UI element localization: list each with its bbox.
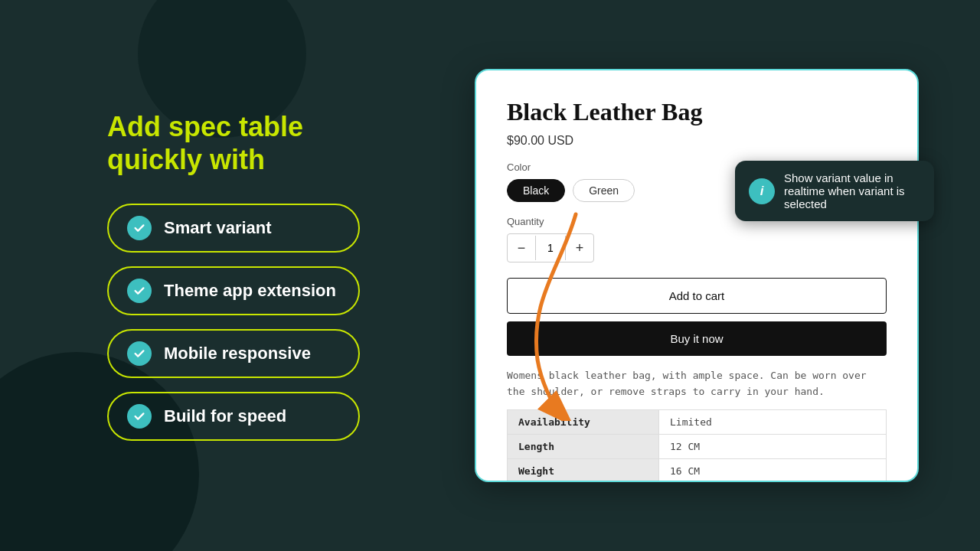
- feature-item-theme-app-extension[interactable]: Theme app extension: [107, 266, 360, 315]
- quantity-control: − 1 +: [507, 233, 594, 262]
- add-to-cart-button[interactable]: Add to cart: [507, 278, 887, 314]
- spec-value-length: 12 CM: [659, 434, 887, 458]
- tooltip-text: Show variant value in realtime when vari…: [784, 171, 920, 210]
- check-icon-theme-app-extension: [127, 279, 152, 303]
- spec-value-availability: Limited: [659, 409, 887, 434]
- feature-item-build-for-speed[interactable]: Build for speed: [107, 392, 360, 441]
- quantity-value: 1: [535, 236, 566, 260]
- feature-item-mobile-responsive[interactable]: Mobile responsive: [107, 329, 360, 378]
- check-icon-build-for-speed: [127, 404, 152, 429]
- quantity-increase-button[interactable]: +: [566, 234, 593, 262]
- table-row: Length 12 CM: [508, 434, 887, 458]
- left-panel: Add spec table quickly with Smart varian…: [0, 0, 398, 551]
- table-row: Availability Limited: [508, 409, 887, 434]
- spec-value-weight: 16 CM: [659, 458, 887, 482]
- buy-now-button[interactable]: Buy it now: [507, 321, 887, 356]
- feature-label-smart-variant: Smart variant: [164, 218, 272, 238]
- feature-list: Smart variant Theme app extension Mobile…: [107, 204, 360, 441]
- check-icon-smart-variant: [127, 216, 152, 240]
- quantity-decrease-button[interactable]: −: [508, 234, 535, 262]
- color-green-button[interactable]: Green: [573, 179, 635, 202]
- color-black-button[interactable]: Black: [507, 179, 565, 202]
- spec-key-availability: Availability: [508, 409, 659, 434]
- feature-label-theme-app-extension: Theme app extension: [164, 281, 336, 301]
- product-description: Womens black leather bag, with ample spa…: [507, 368, 887, 400]
- feature-label-build-for-speed: Build for speed: [164, 406, 286, 426]
- product-card: Black Leather Bag $90.00 USD Color Black…: [475, 69, 919, 482]
- headline: Add spec table quickly with: [107, 110, 360, 176]
- check-icon-mobile-responsive: [127, 341, 152, 366]
- spec-key-length: Length: [508, 434, 659, 458]
- product-title: Black Leather Bag: [507, 98, 887, 126]
- tooltip-bubble: i Show variant value in realtime when va…: [735, 161, 934, 221]
- feature-item-smart-variant[interactable]: Smart variant: [107, 204, 360, 253]
- spec-table: Availability Limited Length 12 CM Weight…: [507, 409, 887, 482]
- feature-label-mobile-responsive: Mobile responsive: [164, 344, 311, 364]
- table-row: Weight 16 CM: [508, 458, 887, 482]
- info-icon: i: [749, 178, 775, 204]
- product-price: $90.00 USD: [507, 134, 887, 148]
- spec-key-weight: Weight: [508, 458, 659, 482]
